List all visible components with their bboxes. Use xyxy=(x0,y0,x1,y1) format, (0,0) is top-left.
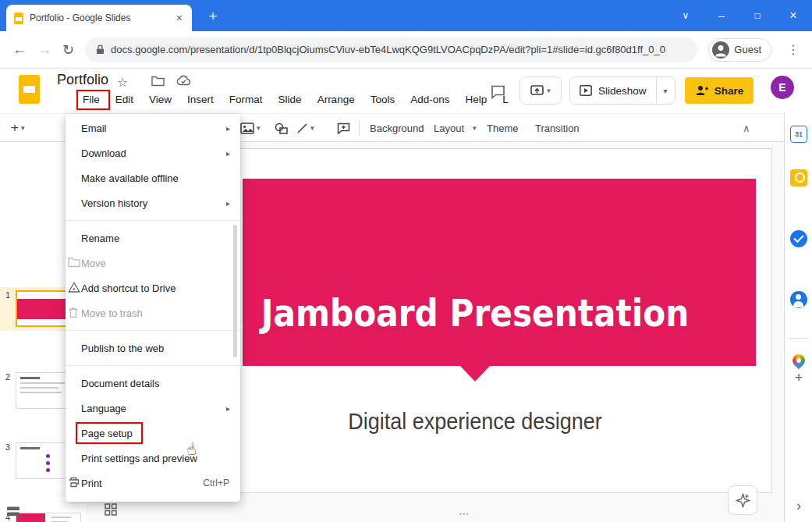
share-person-icon xyxy=(695,85,708,96)
slides-logo-icon[interactable] xyxy=(19,75,40,104)
share-button[interactable]: Share xyxy=(685,77,753,104)
comments-button[interactable] xyxy=(485,80,510,105)
shape-icon xyxy=(275,123,288,134)
menu-item-add-shortcut-to-drive[interactable]: Add shortcut to Drive xyxy=(66,275,240,300)
account-avatar[interactable]: E xyxy=(771,76,794,99)
menu-bar: File Edit View Insert Format Slide Arran… xyxy=(75,91,516,108)
menu-item-download[interactable]: Download ▸ xyxy=(66,140,240,165)
layout-label: Layout xyxy=(427,119,470,138)
present-button[interactable]: ▾ xyxy=(519,76,562,105)
add-addon-button[interactable]: + xyxy=(790,369,807,386)
menu-addons[interactable]: Add-ons xyxy=(402,91,457,108)
calendar-icon[interactable]: 31 xyxy=(790,126,807,143)
side-panel-collapse-icon[interactable]: › xyxy=(790,497,807,514)
star-icon[interactable]: ☆ xyxy=(117,75,128,90)
menu-item-publish-to-the-web[interactable]: Publish to the web xyxy=(66,336,240,360)
layout-button[interactable]: Layout ▾ xyxy=(427,114,477,142)
layout-caret-icon: ▾ xyxy=(473,124,477,132)
menu-edit[interactable]: Edit xyxy=(108,91,141,108)
slide-title[interactable]: Jamboard Presentation xyxy=(215,291,736,335)
menu-item-email[interactable]: Email ▸ xyxy=(66,115,240,140)
url-text: docs.google.com/presentation/d/1tp0Blqcj… xyxy=(111,44,665,55)
new-tab-button[interactable]: + xyxy=(203,6,223,27)
hide-menus-button[interactable]: ∧ xyxy=(743,114,750,142)
menu-scrollbar[interactable] xyxy=(233,225,237,357)
browser-menu-icon[interactable]: ⋮ xyxy=(782,42,804,57)
menu-format[interactable]: Format xyxy=(222,91,271,108)
insert-shape-button[interactable] xyxy=(275,114,288,142)
contacts-icon[interactable] xyxy=(790,291,807,308)
slide-subtitle[interactable]: Digital experience designer xyxy=(208,408,742,435)
slide-number: 1 xyxy=(5,290,10,300)
browser-titlebar: Portfolio - Google Slides × + ∨ – □ × xyxy=(0,0,812,31)
back-icon[interactable]: ← xyxy=(12,41,27,58)
comment-icon xyxy=(491,85,505,99)
maps-icon[interactable] xyxy=(790,352,807,369)
image-caret-icon[interactable]: ▾ xyxy=(257,124,261,132)
shortcut-label: Ctrl+P xyxy=(203,478,229,488)
slideshow-play-icon xyxy=(580,85,592,96)
new-slide-caret-icon[interactable]: ▾ xyxy=(21,124,25,132)
slideshow-caret-icon[interactable]: ▾ xyxy=(656,77,675,104)
filmstrip-view-icon[interactable] xyxy=(6,506,20,517)
line-icon xyxy=(296,123,308,134)
tasks-icon[interactable] xyxy=(790,230,807,247)
menu-view[interactable]: View xyxy=(141,91,179,108)
submenu-arrow-icon: ▸ xyxy=(226,124,230,133)
band-pointer xyxy=(460,366,490,382)
background-button[interactable]: Background xyxy=(363,114,430,142)
window-maximize-button[interactable]: □ xyxy=(742,0,773,31)
present-icon xyxy=(530,85,544,97)
explore-button[interactable] xyxy=(728,485,757,515)
menu-item-print[interactable]: Print Ctrl+P xyxy=(66,471,240,495)
new-slide-button[interactable]: +▾ xyxy=(11,114,24,142)
current-slide[interactable]: Jamboard Presentation Digital experience… xyxy=(178,148,772,493)
menu-item-version-history[interactable]: Version history ▸ xyxy=(66,190,240,215)
window-minimize-button[interactable]: – xyxy=(706,0,737,31)
printer-icon xyxy=(68,477,80,489)
slideshow-button[interactable]: Slideshow ▾ xyxy=(569,76,675,105)
insert-image-button[interactable]: ▾ xyxy=(240,114,261,142)
drive-shortcut-icon xyxy=(68,282,80,294)
menu-separator xyxy=(66,220,240,221)
menu-slide[interactable]: Slide xyxy=(271,91,310,108)
window-close-button[interactable]: × xyxy=(778,0,809,31)
menu-item-make-available-offline[interactable]: Make available offline xyxy=(66,165,240,190)
browser-addressbar: ← → ↻ docs.google.com/presentation/d/1tp… xyxy=(0,31,812,69)
menu-item-rename[interactable]: Rename xyxy=(66,225,240,250)
insert-line-button[interactable]: ▾ xyxy=(296,114,314,142)
cloud-status-icon[interactable] xyxy=(176,75,191,86)
google-side-panel: 31 + › xyxy=(784,113,812,522)
share-label: Share xyxy=(714,85,744,97)
menu-tools[interactable]: Tools xyxy=(363,91,403,108)
menu-insert[interactable]: Insert xyxy=(179,91,222,108)
tab-search-chevron-icon[interactable]: ∨ xyxy=(670,0,701,31)
refresh-icon[interactable]: ↻ xyxy=(62,41,74,59)
folder-icon xyxy=(68,257,80,269)
menu-item-print-settings-and-preview[interactable]: Print settings and preview xyxy=(66,446,240,471)
title-band[interactable] xyxy=(243,179,756,366)
document-title[interactable]: Portfolio xyxy=(57,72,108,88)
profile-button[interactable]: Guest xyxy=(708,38,771,62)
url-input[interactable]: docs.google.com/presentation/d/1tp0Blqcj… xyxy=(85,37,697,62)
theme-button[interactable]: Theme xyxy=(480,114,524,142)
line-caret-icon[interactable]: ▾ xyxy=(310,124,314,132)
theme-label: Theme xyxy=(480,119,524,138)
menu-arrange[interactable]: Arrange xyxy=(310,91,363,108)
keep-icon[interactable] xyxy=(790,169,807,186)
slides-header: Portfolio ☆ File Edit View Insert Format… xyxy=(0,69,812,113)
menu-item-document-details[interactable]: Document details xyxy=(66,371,240,396)
annotation-page-setup-highlight xyxy=(76,422,143,444)
grid-view-icon[interactable] xyxy=(105,503,117,516)
transition-button[interactable]: Transition xyxy=(529,114,586,142)
forward-icon: → xyxy=(37,41,51,58)
browser-window: Portfolio - Google Slides × + ∨ – □ × ← … xyxy=(0,0,812,522)
menu-separator xyxy=(66,330,240,331)
menu-item-move-to-trash: Move to trash xyxy=(66,300,240,325)
tab-close-icon[interactable]: × xyxy=(173,11,186,25)
submenu-arrow-icon: ▸ xyxy=(226,199,230,208)
move-folder-icon[interactable] xyxy=(151,75,165,87)
browser-tab[interactable]: Portfolio - Google Slides × xyxy=(6,5,192,31)
insert-comment-button[interactable] xyxy=(337,114,350,142)
menu-item-language[interactable]: Language ▸ xyxy=(66,396,240,421)
